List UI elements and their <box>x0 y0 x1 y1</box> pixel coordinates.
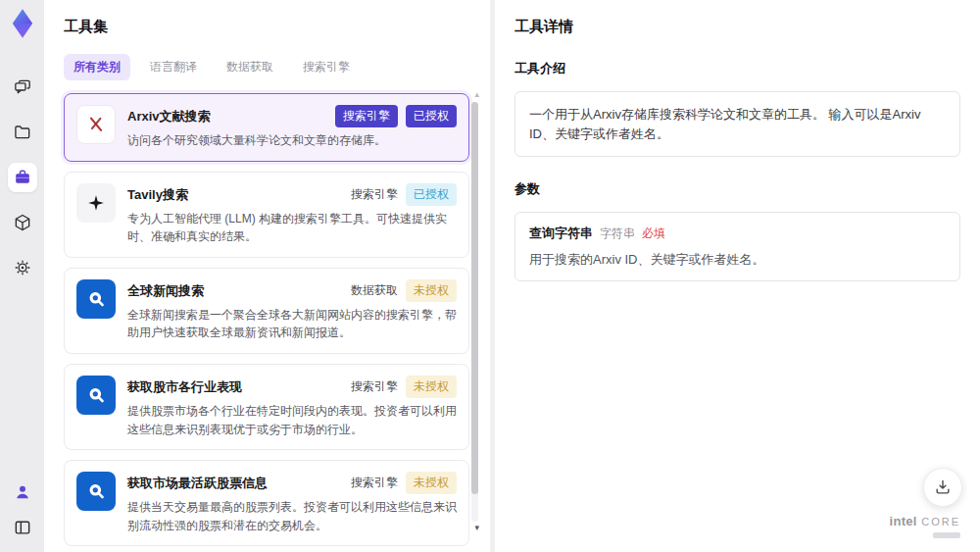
list-scrollbar[interactable] <box>471 102 478 522</box>
parameter-type: 字符串 <box>600 226 635 242</box>
parameter-item: 查询字符串 字符串 必填 用于搜索的Arxiv ID、关键字或作者姓名。 <box>514 212 960 281</box>
tool-description: 全球新闻搜索是一个聚合全球各大新闻网站内容的搜索引擎，帮助用户快速获取全球最新资… <box>127 306 457 342</box>
blue-search-icon <box>76 472 116 511</box>
auth-status-badge: 未授权 <box>406 279 457 302</box>
sidebar-nav <box>8 73 37 282</box>
intel-sub-badge <box>933 532 960 538</box>
scrollbar-thumb[interactable] <box>471 102 478 494</box>
tool-card-body: Arxiv文献搜索 搜索引擎 已授权 访问各个研究领域大量科学论文和文章的存储库… <box>127 105 457 150</box>
tool-name: 获取市场最活跃股票信息 <box>127 472 268 492</box>
auth-status-badge: 未授权 <box>406 472 457 494</box>
tool-card[interactable]: Tavily搜索 搜索引擎 已授权 专为人工智能代理 (LLM) 构建的搜索引擎… <box>64 172 469 258</box>
tool-badges: 搜索引擎 已授权 <box>335 105 457 127</box>
files-nav-button[interactable] <box>8 118 37 147</box>
category-badge: 数据获取 <box>351 279 398 302</box>
app-logo-icon <box>5 6 40 41</box>
tool-list-panel: 工具集 所有类别语言翻译数据获取搜索引擎 Arxiv文献搜索 搜索引擎 已授权 … <box>44 0 490 552</box>
blue-search-icon <box>76 279 116 319</box>
tab-4[interactable]: 搜索引擎 <box>293 54 360 80</box>
auth-status-badge: 未授权 <box>406 376 457 398</box>
collapse-sidebar-button[interactable] <box>8 513 37 542</box>
tool-name: Tavily搜索 <box>127 183 188 204</box>
scroll-up-arrow[interactable]: ▴ <box>474 90 479 99</box>
category-tabs: 所有类别语言翻译数据获取搜索引擎 <box>64 54 490 80</box>
tool-description: 提供当天交易量最高的股票列表。投资者可以利用这些信息来识别流动性强的股票和潜在的… <box>127 498 457 534</box>
cube-icon <box>13 213 32 232</box>
tool-detail-panel: 工具详情 工具介绍 一个用于从Arxiv存储库搜索科学论文和文章的工具。 输入可… <box>495 0 980 552</box>
tab-3[interactable]: 数据获取 <box>217 54 283 80</box>
tab-1[interactable]: 所有类别 <box>64 54 130 80</box>
tool-badges: 搜索引擎 未授权 <box>351 376 457 398</box>
intel-brand-text: intel <box>890 514 917 528</box>
arxiv-icon <box>76 105 116 144</box>
tool-card[interactable]: Arxiv文献搜索 搜索引擎 已授权 访问各个研究领域大量科学论文和文章的存储库… <box>64 93 469 162</box>
briefcase-icon <box>13 168 32 187</box>
params-heading: 参数 <box>514 180 960 198</box>
tool-name: 全球新闻搜索 <box>127 279 204 300</box>
download-icon <box>933 477 953 497</box>
auth-status-badge: 已授权 <box>406 183 457 206</box>
tool-card-body: Tavily搜索 搜索引擎 已授权 专为人工智能代理 (LLM) 构建的搜索引擎… <box>127 183 457 246</box>
tool-badges: 搜索引擎 已授权 <box>351 183 457 206</box>
user-profile-button[interactable] <box>8 477 37 507</box>
intel-product-text: CORE <box>921 516 960 527</box>
page-title: 工具集 <box>64 18 490 36</box>
tool-description: 提供股票市场各个行业在特定时间段内的表现。投资者可以利用这些信息来识别表现优于或… <box>127 402 457 438</box>
parameter-required-flag: 必填 <box>642 226 665 242</box>
chat-icon <box>13 77 32 97</box>
tab-2[interactable]: 语言翻译 <box>140 54 207 80</box>
intro-heading: 工具介绍 <box>514 60 960 77</box>
tool-card[interactable]: 获取市场最活跃股票信息 搜索引擎 未授权 提供当天交易量最高的股票列表。投资者可… <box>64 460 469 546</box>
tool-name: 获取股市各行业表现 <box>127 376 242 396</box>
gear-icon <box>13 258 32 277</box>
scroll-down-arrow[interactable]: ▾ <box>474 524 479 532</box>
panel-layout-icon <box>13 518 32 537</box>
settings-nav-button[interactable] <box>8 253 37 282</box>
blue-search-icon <box>76 376 116 415</box>
folder-icon <box>13 123 32 142</box>
category-badge: 搜索引擎 <box>351 183 398 206</box>
tool-card-body: 全球新闻搜索 数据获取 未授权 全球新闻搜索是一个聚合全球各大新闻网站内容的搜索… <box>127 279 457 342</box>
tool-intro-text: 一个用于从Arxiv存储库搜索科学论文和文章的工具。 输入可以是Arxiv ID… <box>514 91 960 157</box>
tool-card-body: 获取市场最活跃股票信息 搜索引擎 未授权 提供当天交易量最高的股票列表。投资者可… <box>127 472 457 534</box>
toolbox-nav-button[interactable] <box>8 163 37 192</box>
tool-description: 专为人工智能代理 (LLM) 构建的搜索引擎工具。可快速提供实时、准确和真实的结… <box>127 210 457 246</box>
icon-rail <box>0 0 44 552</box>
user-icon <box>13 482 32 502</box>
tool-list: Arxiv文献搜索 搜索引擎 已授权 访问各个研究领域大量科学论文和文章的存储库… <box>64 93 469 552</box>
detail-title: 工具详情 <box>514 18 960 36</box>
tool-badges: 数据获取 未授权 <box>351 279 457 302</box>
chat-nav-button[interactable] <box>8 73 37 102</box>
tool-card[interactable]: 获取股市各行业表现 搜索引擎 未授权 提供股票市场各个行业在特定时间段内的表现。… <box>64 364 469 450</box>
download-button[interactable] <box>923 468 962 507</box>
category-badge: 搜索引擎 <box>335 105 398 127</box>
tool-card-body: 获取股市各行业表现 搜索引擎 未授权 提供股票市场各个行业在特定时间段内的表现。… <box>127 376 457 438</box>
tool-name: Arxiv文献搜索 <box>127 105 211 125</box>
parameter-description: 用于搜索的Arxiv ID、关键字或作者姓名。 <box>529 251 946 269</box>
parameter-name: 查询字符串 <box>529 225 593 242</box>
tool-card[interactable]: 全球新闻搜索 数据获取 未授权 全球新闻搜索是一个聚合全球各大新闻网站内容的搜索… <box>64 268 469 354</box>
star-icon <box>76 183 116 223</box>
category-badge: 搜索引擎 <box>351 472 398 494</box>
tool-badges: 搜索引擎 未授权 <box>351 472 457 494</box>
intel-core-logo: intel CORE <box>890 512 960 538</box>
tool-description: 访问各个研究领域大量科学论文和文章的存储库。 <box>127 131 457 150</box>
packages-nav-button[interactable] <box>8 208 37 237</box>
auth-status-badge: 已授权 <box>406 105 457 127</box>
category-badge: 搜索引擎 <box>351 376 398 398</box>
